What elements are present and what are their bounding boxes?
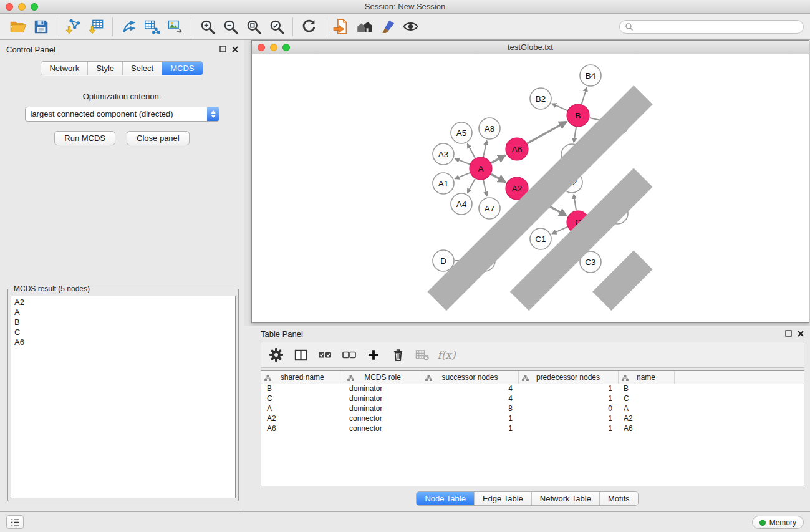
table-cell: 4 (422, 384, 518, 394)
main-area: Control Panel NetworkStyleSelectMCDS Opt… (0, 40, 810, 511)
task-history-button[interactable] (6, 515, 24, 529)
search-input[interactable] (637, 22, 798, 31)
optimization-criterion-dropdown[interactable]: largest connected component (directed) (25, 107, 219, 122)
table-cell: C (261, 394, 344, 404)
column-type-icon (347, 374, 354, 383)
result-item-a[interactable]: A (14, 307, 232, 317)
minimize-window-button[interactable] (18, 3, 26, 11)
close-panel-icon[interactable] (232, 46, 238, 52)
tab-style[interactable]: Style (88, 62, 123, 75)
table-cell-filler (674, 384, 804, 394)
close-window-button[interactable] (6, 3, 13, 11)
result-item-a2[interactable]: A2 (14, 297, 232, 307)
table-cell-filler (674, 394, 804, 404)
tab-edge-table[interactable]: Edge Table (475, 492, 532, 505)
column-header-mcds-role[interactable]: MCDS role (344, 371, 422, 384)
column-type-icon (264, 374, 271, 383)
memory-button[interactable]: Memory (752, 516, 804, 529)
create-column-button[interactable] (362, 344, 385, 365)
import-network-button[interactable] (62, 16, 85, 37)
export-image-button[interactable] (163, 16, 186, 37)
table-cell: A6 (618, 423, 674, 433)
delete-table-button[interactable] (411, 344, 433, 365)
tab-select[interactable]: Select (123, 62, 162, 75)
network-window-titlebar[interactable]: testGlobe.txt (252, 41, 809, 54)
delete-column-button[interactable] (387, 344, 409, 365)
tab-node-table[interactable]: Node Table (417, 492, 475, 505)
table-cell: A2 (261, 414, 344, 423)
table-cell: dominator (344, 394, 422, 404)
close-panel-button[interactable]: Close panel (127, 131, 190, 145)
zoom-fit-button[interactable] (242, 16, 265, 37)
column-header-successor-nodes[interactable]: successor nodes (422, 371, 518, 384)
table-tabs: Node TableEdge TableNetwork TableMotifs (416, 491, 638, 506)
apply-layout-button[interactable] (297, 16, 321, 37)
network-canvas[interactable]: AA6A2BCA5A8A3A1A4A7B1B2B3B4C1C2C3C4DD1 (252, 54, 809, 322)
table-settings-button[interactable] (265, 344, 287, 365)
zoom-window-button[interactable] (31, 3, 38, 11)
column-label: predecessor nodes (536, 373, 600, 382)
control-panel-title: Control Panel (6, 45, 55, 54)
float-panel-icon[interactable] (785, 330, 792, 337)
zoom-selected-button[interactable] (265, 16, 288, 37)
table-cell: 4 (422, 394, 518, 404)
control-panel-tabs: NetworkStyleSelectMCDS (41, 61, 203, 75)
table-row[interactable]: A2connector11A2 (261, 414, 804, 423)
show-hide-button[interactable] (399, 16, 422, 37)
result-item-a6[interactable]: A6 (14, 337, 232, 347)
tab-network-table[interactable]: Network Table (532, 492, 600, 505)
select-all-columns-button[interactable] (314, 344, 336, 365)
table-row[interactable]: Adominator80A (261, 404, 804, 414)
open-folder-icon (9, 18, 26, 35)
homes-icon (356, 18, 373, 35)
new-network-from-selection-button[interactable] (330, 16, 353, 37)
dropdown-selected-value: largest connected component (directed) (31, 109, 173, 118)
table-cell-filler (674, 404, 804, 414)
import-table-button[interactable] (85, 16, 108, 37)
table-row[interactable]: A6connector11A6 (261, 423, 804, 433)
run-mcds-button[interactable]: Run MCDS (54, 131, 115, 145)
close-panel-icon[interactable] (798, 331, 804, 337)
network-close-button[interactable] (258, 44, 265, 51)
network-share-button[interactable] (117, 16, 140, 37)
save-session-button[interactable] (29, 16, 52, 37)
tab-motifs[interactable]: Motifs (600, 492, 638, 505)
table-panel: Table Panel (244, 326, 810, 511)
table-cell: A2 (618, 414, 674, 423)
save-icon (33, 19, 49, 35)
app-titlebar: Session: New Session (0, 0, 810, 14)
column-header-name[interactable]: name (618, 371, 674, 384)
table-delete-icon (415, 347, 430, 362)
table-cell: A6 (261, 423, 344, 433)
float-panel-icon[interactable] (219, 46, 226, 52)
mcds-result-list: A2ABCA6 (11, 296, 236, 498)
zoom-in-button[interactable] (196, 16, 219, 37)
show-columns-button[interactable] (289, 344, 312, 365)
zoom-out-icon (223, 19, 239, 35)
main-toolbar (0, 14, 810, 40)
table-cell: 1 (422, 414, 518, 423)
home-button[interactable] (353, 16, 376, 37)
status-bar: Memory (0, 511, 810, 532)
table-row[interactable]: Bdominator41B (261, 384, 804, 394)
node-table: shared nameMCDS rolesuccessor nodesprede… (261, 370, 804, 486)
result-item-c[interactable]: C (14, 327, 232, 337)
zoom-out-button[interactable] (219, 16, 242, 37)
style-brush-button[interactable] (376, 16, 399, 37)
network-table-button[interactable] (140, 16, 163, 37)
table-cell: A (261, 404, 344, 414)
result-item-b[interactable]: B (14, 317, 232, 327)
tab-network[interactable]: Network (41, 62, 88, 75)
tab-mcds[interactable]: MCDS (162, 62, 202, 75)
import-network-icon (65, 18, 82, 35)
resize-grip-icon[interactable] (251, 54, 808, 322)
open-session-button[interactable] (6, 16, 29, 37)
mcds-result-group: MCDS result (5 nodes) A2ABCA6 (7, 284, 239, 501)
table-row[interactable]: Cdominator41C (261, 394, 804, 404)
column-header-shared-name[interactable]: shared name (261, 371, 344, 384)
deselect-all-columns-button[interactable] (338, 344, 360, 365)
network-zoom-button[interactable] (282, 44, 290, 51)
function-builder-button[interactable]: f(x) (435, 344, 458, 365)
column-header-predecessor-nodes[interactable]: predecessor nodes (518, 371, 618, 384)
network-minimize-button[interactable] (270, 44, 277, 51)
